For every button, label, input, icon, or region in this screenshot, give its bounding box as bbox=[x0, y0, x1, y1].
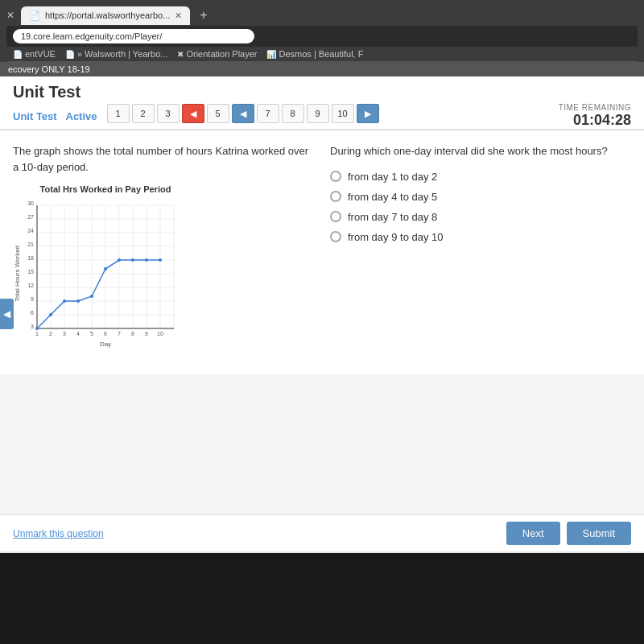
time-remaining: TIME REMAINING 01:04:28 bbox=[559, 103, 631, 129]
svg-point-47 bbox=[63, 299, 66, 303]
svg-point-48 bbox=[76, 299, 80, 303]
question-text: The graph shows the total number of hour… bbox=[13, 143, 314, 175]
nav-buttons: 1 2 3 ◀ 5 ◀ 7 8 9 10 ▶ bbox=[107, 104, 379, 128]
nav-left: Unit Test Active 1 2 3 ◀ 5 ◀ 7 bbox=[13, 104, 379, 128]
header-bar-text: ecovery ONLY 18-19 bbox=[8, 64, 90, 74]
nav-btn-3[interactable]: 3 bbox=[157, 104, 180, 123]
option-text-3: from day 7 to day 8 bbox=[348, 211, 437, 223]
nav-btn-2[interactable]: 2 bbox=[132, 104, 155, 123]
option-item-1[interactable]: from day 1 to day 2 bbox=[330, 171, 631, 183]
svg-text:2: 2 bbox=[49, 331, 52, 336]
chart-container: Total Hrs Worked in Pay Period bbox=[13, 184, 198, 361]
svg-text:6: 6 bbox=[31, 310, 34, 316]
question-right: During which one-day interval did she wo… bbox=[330, 143, 631, 361]
svg-point-46 bbox=[49, 313, 52, 316]
svg-text:9: 9 bbox=[31, 296, 34, 302]
next-button[interactable]: Next bbox=[506, 522, 560, 545]
bookmark-entvue[interactable]: 📄 entVUE bbox=[13, 49, 56, 59]
option-item-2[interactable]: from day 4 to day 5 bbox=[330, 191, 631, 203]
bookmark-desmos[interactable]: 📊 Desmos | Beautiful, F bbox=[266, 49, 363, 59]
svg-text:6: 6 bbox=[104, 331, 107, 336]
svg-text:Day: Day bbox=[100, 341, 111, 348]
tab-close-icon[interactable]: ✕ bbox=[175, 10, 182, 21]
left-arrow-tab[interactable]: ◀ bbox=[0, 299, 14, 329]
close-tab-icon[interactable]: ✕ bbox=[6, 10, 14, 21]
option-text-4: from day 9 to day 10 bbox=[348, 231, 444, 243]
svg-text:5: 5 bbox=[90, 331, 93, 336]
question-area: The graph shows the total number of hour… bbox=[0, 130, 644, 374]
options-list: from day 1 to day 2 from day 4 to day 5 … bbox=[330, 171, 631, 243]
bookmark-icon: 📄 bbox=[65, 50, 75, 59]
tab-icon: 📄 bbox=[29, 10, 40, 21]
radio-2[interactable] bbox=[330, 191, 341, 202]
tab-bar: ✕ 📄 https://portal.walsworthyearbo... ✕ … bbox=[6, 5, 638, 26]
svg-text:12: 12 bbox=[27, 283, 34, 288]
svg-text:18: 18 bbox=[27, 255, 34, 261]
nav-btn-1[interactable]: 1 bbox=[107, 104, 130, 123]
radio-1[interactable] bbox=[330, 171, 341, 182]
bookmark-label: » Walsworth | Yearbo... bbox=[77, 49, 168, 59]
bookmark-walsworth[interactable]: 📄 » Walsworth | Yearbo... bbox=[65, 49, 168, 59]
page-wrapper: ecovery ONLY 18-19 ◀ Unit Test Unit Test… bbox=[0, 62, 644, 553]
option-text-2: from day 4 to day 5 bbox=[348, 191, 437, 203]
nav-btn-4-icon: ◀ bbox=[190, 109, 196, 119]
bottom-bar: Unmark this question Next Submit bbox=[0, 514, 644, 551]
svg-text:1: 1 bbox=[35, 331, 39, 336]
nav-btn-9[interactable]: 9 bbox=[307, 104, 329, 123]
bookmarks-bar: 📄 entVUE 📄 » Walsworth | Yearbo... ✖ Ori… bbox=[6, 47, 638, 62]
browser-tab[interactable]: 📄 https://portal.walsworthyearbo... ✕ bbox=[21, 6, 190, 25]
unmark-link[interactable]: Unmark this question bbox=[13, 528, 104, 539]
browser-chrome: ✕ 📄 https://portal.walsworthyearbo... ✕ … bbox=[0, 0, 644, 62]
unit-test-status: Unit Test Active bbox=[13, 110, 97, 122]
option-item-3[interactable]: from day 7 to day 8 bbox=[330, 211, 631, 223]
option-text-1: from day 1 to day 2 bbox=[348, 171, 437, 183]
bookmark-icon: ✖ bbox=[177, 50, 184, 59]
svg-text:15: 15 bbox=[27, 269, 34, 275]
svg-text:3: 3 bbox=[63, 331, 66, 336]
time-label: TIME REMAINING bbox=[559, 103, 631, 112]
page-content: ◀ Unit Test Unit Test Active 1 2 3 bbox=[0, 76, 644, 551]
radio-4[interactable] bbox=[330, 231, 341, 242]
svg-point-49 bbox=[90, 295, 93, 298]
svg-text:21: 21 bbox=[27, 242, 34, 247]
nav-btn-8[interactable]: 8 bbox=[282, 104, 304, 123]
page-title: Unit Test bbox=[13, 83, 631, 101]
bookmark-label: Orientation Player bbox=[186, 49, 257, 59]
new-tab-button[interactable]: + bbox=[193, 5, 213, 26]
nav-btn-back[interactable]: ◀ bbox=[232, 104, 254, 123]
svg-text:8: 8 bbox=[131, 331, 134, 336]
status-value: Active bbox=[66, 110, 97, 122]
svg-text:4: 4 bbox=[76, 331, 80, 336]
submit-button[interactable]: Submit bbox=[567, 522, 631, 545]
unit-test-header: Unit Test Unit Test Active 1 2 3 ◀ bbox=[0, 76, 644, 130]
svg-text:7: 7 bbox=[118, 331, 121, 336]
chart-svg: 3 6 9 12 15 18 21 24 27 30 1 2 3 bbox=[13, 197, 182, 354]
nav-btn-forward[interactable]: ▶ bbox=[357, 104, 379, 123]
bookmark-label: entVUE bbox=[25, 49, 56, 59]
status-label: Unit Test bbox=[13, 110, 57, 122]
bookmark-label: Desmos | Beautiful, F bbox=[279, 49, 363, 59]
svg-point-54 bbox=[159, 258, 162, 262]
bookmark-icon: 📊 bbox=[266, 50, 276, 59]
bottom-buttons: Next Submit bbox=[506, 522, 631, 545]
bookmark-orientation[interactable]: ✖ Orientation Player bbox=[177, 49, 257, 59]
nav-btn-4[interactable]: ◀ bbox=[182, 104, 204, 123]
url-input[interactable] bbox=[13, 29, 254, 43]
unit-test-nav: Unit Test Active 1 2 3 ◀ 5 ◀ 7 bbox=[13, 103, 631, 129]
svg-text:9: 9 bbox=[145, 331, 148, 336]
time-value: 01:04:28 bbox=[559, 112, 631, 129]
nav-btn-7[interactable]: 7 bbox=[257, 104, 279, 123]
svg-point-52 bbox=[131, 258, 134, 262]
address-bar bbox=[6, 26, 638, 47]
tab-label: https://portal.walsworthyearbo... bbox=[45, 10, 170, 20]
bookmark-icon: 📄 bbox=[13, 50, 23, 59]
svg-point-51 bbox=[118, 258, 121, 262]
option-item-4[interactable]: from day 9 to day 10 bbox=[330, 231, 631, 243]
nav-btn-5[interactable]: 5 bbox=[207, 104, 229, 123]
question-left: The graph shows the total number of hour… bbox=[13, 143, 314, 361]
radio-3[interactable] bbox=[330, 211, 341, 222]
svg-point-50 bbox=[104, 267, 107, 270]
nav-btn-10[interactable]: 10 bbox=[332, 104, 354, 123]
page-header-bar: ecovery ONLY 18-19 bbox=[0, 62, 644, 76]
svg-text:30: 30 bbox=[27, 200, 34, 206]
